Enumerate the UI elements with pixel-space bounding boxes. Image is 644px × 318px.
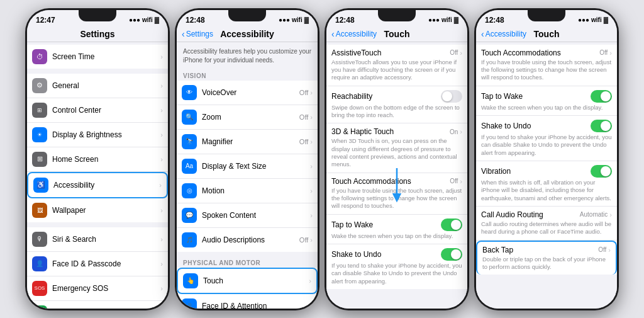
tap-wake-title-4: Tap to Wake (481, 92, 523, 101)
time-2: 12:48 (186, 16, 205, 25)
back-tap-value: Off (598, 246, 606, 253)
row-home-screen[interactable]: ⊞ Home Screen › (27, 147, 168, 172)
screen-3[interactable]: AssistiveTouch Off › AssistiveTouch allo… (326, 42, 467, 309)
emergency-icon: SOS (32, 281, 47, 296)
row-faceid[interactable]: 👤 Face ID & Passcode › (27, 252, 168, 276)
shake-undo-title-4: Shake to Undo (481, 122, 531, 130)
general-label: General (52, 81, 160, 90)
time-1: 12:47 (36, 16, 55, 25)
vibration-title: Vibration (481, 167, 511, 176)
shake-undo-toggle-4[interactable] (591, 120, 612, 132)
row-display[interactable]: ☀ Display & Brightness › (27, 123, 168, 147)
call-audio-title: Call Audio Routing (481, 210, 543, 219)
row-wallpaper[interactable]: 🖼 Wallpaper › (27, 198, 168, 222)
row-battery[interactable]: 🔋 Battery › (27, 301, 168, 309)
row-spoken[interactable]: 💬 Spoken Content › (177, 203, 318, 228)
shake-undo-title: Shake to Undo (331, 250, 381, 259)
accessibility-description: Accessibility features help you customiz… (177, 42, 318, 70)
row-siri[interactable]: 🎙 Siri & Search › (27, 227, 168, 252)
vibration-toggle[interactable] (591, 165, 612, 178)
display-text-label: Display & Text Size (202, 162, 310, 171)
row-display-text[interactable]: Aa Display & Text Size › (177, 154, 318, 179)
row-touch[interactable]: 👆 Touch › (177, 268, 318, 294)
wifi-icon: wifi (142, 16, 153, 23)
status-bar-4: 12:48 ●●● wifi ▓ (476, 10, 617, 28)
home-label: Home Screen (52, 155, 160, 164)
wifi-icon-2: wifi (292, 16, 303, 23)
battery-icon: ▓ (155, 16, 159, 23)
item-tap-wake-4[interactable]: Tap to Wake Wake the screen when you tap… (476, 86, 617, 116)
magnifier-value: Off (299, 138, 308, 145)
reachability-toggle[interactable] (441, 90, 462, 103)
item-touch-accom-4[interactable]: Touch Accommodations Off › If you have t… (476, 45, 617, 86)
status-icons-4: ●●● wifi ▓ (578, 16, 608, 23)
tap-wake-toggle[interactable] (441, 219, 462, 231)
zoom-label: Zoom (202, 113, 299, 122)
tap-wake-title: Tap to Wake (331, 220, 373, 229)
item-assistivetouch[interactable]: AssistiveTouch Off › AssistiveTouch allo… (326, 45, 467, 86)
row-magnifier[interactable]: 🔭 Magnifier Off › (177, 130, 318, 154)
magnifier-icon: 🔭 (182, 134, 197, 149)
faceid-label: Face ID & Passcode (52, 259, 160, 268)
settings-group-general: ⚙ General › ⊞ Control Center › ☀ Display… (27, 74, 168, 222)
nav-bar-1: Settings (27, 28, 168, 42)
call-audio-value: Automatic (580, 211, 608, 218)
display-text-icon: Aa (182, 159, 197, 174)
item-touch-accom[interactable]: Touch Accommodations Off › If you have t… (326, 173, 467, 215)
vibration-desc: When this switch is off, all vibration o… (481, 179, 612, 202)
accessibility-label: Accessibility (53, 181, 159, 190)
display-icon: ☀ (32, 127, 47, 142)
shake-undo-toggle[interactable] (441, 248, 462, 261)
nav-title-4: Touch (534, 29, 560, 39)
motion-icon: ◎ (182, 183, 197, 198)
back-btn-3[interactable]: ‹ Accessibility (331, 29, 377, 39)
physical-motor-label: PHYSICAL AND MOTOR (177, 257, 318, 268)
screen-1[interactable]: ⏱ Screen Time › ⚙ General › ⊞ Control Ce… (27, 42, 168, 309)
item-3d-haptic[interactable]: 3D & Haptic Touch On › When 3D Touch is … (326, 123, 467, 173)
touch-accom-desc: If you have trouble using the touch scre… (331, 187, 462, 210)
screen-4[interactable]: Touch Accommodations Off › If you have t… (476, 42, 617, 309)
back-btn-4[interactable]: ‹ Accessibility (481, 29, 526, 39)
item-vibration[interactable]: Vibration When this switch is off, all v… (476, 161, 617, 207)
row-faceid-attention[interactable]: 👤 Face ID & Attention › (177, 294, 318, 309)
emergency-label: Emergency SOS (52, 284, 160, 293)
battery-icon-3: ▓ (454, 16, 458, 23)
screen-time-label: Screen Time (52, 52, 160, 61)
row-voiceover[interactable]: 👁 VoiceOver Off › (177, 81, 318, 105)
row-control-center[interactable]: ⊞ Control Center › (27, 98, 168, 123)
row-zoom[interactable]: 🔍 Zoom Off › (177, 105, 318, 130)
nav-title-3: Touch (384, 29, 410, 39)
item-back-tap[interactable]: Back Tap Off › Double or triple tap on t… (476, 241, 617, 275)
assistivetouch-title: AssistiveTouch (331, 48, 381, 57)
control-center-icon: ⊞ (32, 103, 47, 118)
item-call-audio[interactable]: Call Audio Routing Automatic › Call audi… (476, 207, 617, 241)
nav-bar-3: ‹ Accessibility Touch (326, 28, 467, 42)
row-motion[interactable]: ◎ Motion › (177, 179, 318, 203)
item-tap-wake[interactable]: Tap to Wake Wake the screen when you tap… (326, 215, 467, 244)
touch-accom-value: Off (450, 178, 458, 185)
row-general[interactable]: ⚙ General › (27, 74, 168, 98)
screen-2[interactable]: Accessibility features help you customiz… (177, 42, 318, 309)
phones-container: 12:47 ●●● wifi ▓ Settings ⏱ Screen Time … (19, 2, 625, 317)
spoken-label: Spoken Content (202, 211, 310, 220)
item-shake-undo[interactable]: Shake to Undo If you tend to shake your … (326, 244, 467, 289)
tap-wake-toggle-4[interactable] (591, 90, 612, 103)
reachability-desc: Swipe down on the bottom edge of the scr… (331, 104, 462, 120)
row-emergency[interactable]: SOS Emergency SOS › (27, 276, 168, 301)
row-audio-desc[interactable]: 🎵 Audio Descriptions Off › (177, 228, 318, 252)
row-accessibility[interactable]: ♿ Accessibility › (27, 172, 168, 198)
accessibility-icon: ♿ (33, 178, 48, 193)
back-btn-2[interactable]: ‹ Settings (182, 29, 213, 39)
signal-icon-4: ●●● (578, 16, 589, 23)
item-shake-undo-4[interactable]: Shake to Undo If you tend to shake your … (476, 116, 617, 161)
touch-label: Touch (203, 276, 309, 285)
status-icons-3: ●●● wifi ▓ (428, 16, 458, 23)
nav-bar-2: ‹ Settings Accessibility (177, 28, 318, 42)
siri-label: Siri & Search (52, 235, 160, 244)
touch-accom-value-4: Off (599, 49, 608, 56)
control-center-label: Control Center (52, 106, 160, 115)
row-screen-time[interactable]: ⏱ Screen Time › (27, 45, 168, 69)
magnifier-label: Magnifier (202, 137, 299, 146)
call-audio-desc: Call audio routing determines where audi… (481, 220, 612, 236)
item-reachability[interactable]: Reachability Swipe down on the bottom ed… (326, 86, 467, 124)
